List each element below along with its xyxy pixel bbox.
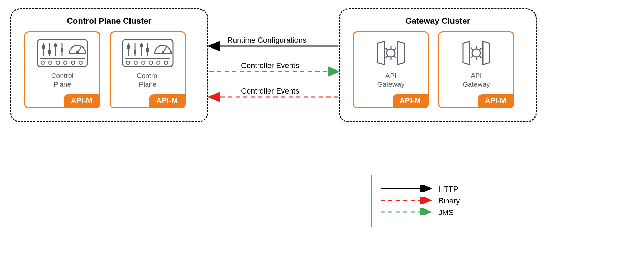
cluster-nodes: APIGateway API-M: [340, 31, 536, 121]
legend-label: Binary: [438, 196, 460, 205]
svg-line-50: [471, 56, 473, 58]
svg-point-17: [71, 61, 75, 64]
svg-rect-21: [127, 45, 130, 49]
svg-point-37: [164, 61, 168, 64]
legend-arrow-jms: [380, 208, 432, 217]
svg-line-51: [480, 56, 481, 58]
legend-row-binary: Binary: [380, 196, 460, 205]
control-plane-node: ControlPlane API-M: [24, 31, 100, 108]
svg-line-49: [480, 48, 481, 50]
svg-rect-23: [134, 50, 136, 54]
svg-point-33: [134, 61, 137, 64]
svg-rect-8: [61, 48, 63, 52]
node-badge: API-M: [478, 94, 513, 107]
cluster-title: Control Plane Cluster: [11, 16, 207, 26]
node-label: APIGateway: [463, 72, 490, 89]
node-label: ControlPlane: [51, 72, 73, 89]
svg-point-32: [126, 61, 130, 64]
legend-label: HTTP: [438, 185, 458, 194]
connector-label-events-green: Controller Events: [241, 61, 299, 70]
cluster-nodes: ControlPlane API-M: [11, 31, 207, 121]
svg-line-44: [394, 56, 396, 58]
svg-rect-25: [140, 44, 143, 47]
svg-point-18: [79, 61, 82, 64]
gateway-icon: [450, 39, 502, 67]
gateway-icon: [365, 39, 417, 67]
legend: HTTP Binary JMS: [371, 175, 470, 227]
legend-arrow-http: [380, 185, 432, 193]
svg-point-13: [41, 61, 44, 64]
svg-rect-2: [42, 45, 45, 49]
connector-label-runtime: Runtime Configurations: [227, 36, 307, 45]
node-badge: API-M: [149, 94, 185, 107]
svg-line-43: [386, 56, 387, 58]
legend-label: JMS: [438, 208, 454, 217]
svg-line-11: [77, 47, 81, 52]
legend-row-jms: JMS: [380, 208, 460, 217]
legend-row-http: HTTP: [380, 185, 460, 194]
svg-line-30: [163, 47, 167, 52]
svg-point-16: [64, 61, 67, 64]
svg-line-48: [471, 48, 473, 50]
svg-point-14: [49, 61, 52, 64]
node-label: ControlPlane: [137, 72, 159, 89]
control-panel-icon: [122, 39, 174, 67]
connector-label-events-red: Controller Events: [241, 87, 299, 96]
svg-line-41: [386, 48, 387, 50]
cluster-title: Gateway Cluster: [340, 16, 536, 26]
svg-rect-6: [54, 44, 57, 47]
gateway-cluster: Gateway Cluster APIGa: [339, 8, 537, 122]
svg-rect-27: [146, 48, 149, 52]
node-label: APIGateway: [377, 72, 405, 89]
svg-line-42: [394, 48, 396, 50]
svg-point-35: [149, 61, 153, 64]
control-panel-icon: [37, 39, 88, 67]
svg-point-45: [472, 49, 480, 57]
svg-point-15: [56, 61, 60, 64]
control-plane-node: ControlPlane API-M: [110, 31, 186, 108]
legend-arrow-binary: [380, 197, 432, 205]
api-gateway-node: APIGateway API-M: [438, 31, 514, 108]
svg-point-34: [142, 61, 145, 64]
svg-point-38: [387, 49, 395, 57]
node-badge: API-M: [393, 94, 428, 107]
control-plane-cluster: Control Plane Cluster: [10, 8, 208, 122]
api-gateway-node: APIGateway API-M: [353, 31, 429, 108]
node-badge: API-M: [64, 94, 99, 107]
svg-point-36: [157, 61, 160, 64]
svg-rect-4: [48, 50, 51, 54]
